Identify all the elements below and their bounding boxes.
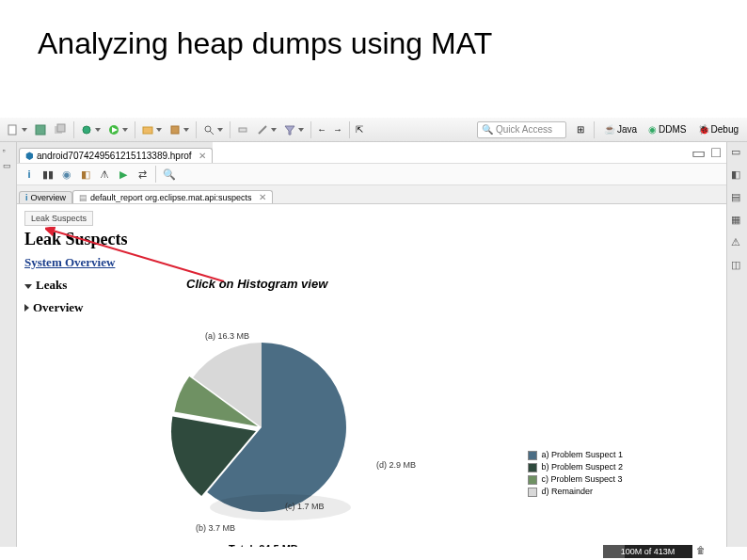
svg-line-12 [259,126,266,134]
save-all-icon[interactable] [51,120,70,139]
overview-icon[interactable]: i [21,166,38,183]
close-tab-icon[interactable]: ✕ [199,151,206,161]
tasks-view-icon[interactable]: ▤ [731,191,744,204]
run-report-icon[interactable]: ▶ [115,166,132,183]
oql-icon[interactable]: ◧ [77,166,94,183]
histogram-icon[interactable]: ▮▮ [40,166,56,183]
minimize-view-icon[interactable]: ▫ [3,146,14,157]
slice-label-a: (a) 16.3 MB [205,331,249,341]
perspective-java[interactable]: ☕Java [599,122,642,136]
leaks-heading[interactable]: Leaks [24,278,719,293]
page-box-label: Leak Suspects [24,211,93,226]
editor-tab-hprof[interactable]: ⬢ android7074249561215113389.hprof ✕ [19,148,213,163]
report-content: Leak Suspects Leak Suspects System Overv… [17,204,726,547]
project-icon[interactable] [138,120,165,139]
dominator-tree-icon[interactable]: ◉ [58,166,75,183]
slice-label-d: (d) 2.9 MB [376,460,416,470]
legend-item: b) Problem Suspect 2 [528,461,623,473]
slice-label-b: (b) 3.7 MB [196,523,235,533]
new-icon[interactable] [4,120,30,139]
package-icon[interactable] [166,120,192,139]
back-icon[interactable]: ← [314,120,329,139]
status-bar: 100M of 413M 🗑 [0,545,747,558]
slice-label-c: (c) 1.7 MB [285,502,325,511]
ide-window: ← → ⇱ 🔍Quick Access ⊞ ☕Java ◉DDMS 🐞Debug… [0,118,747,547]
filter-icon[interactable] [280,120,307,139]
editor-tab-label: android7074249561215113389.hprof [37,151,192,161]
svg-rect-11 [239,128,246,132]
open-perspective-icon[interactable]: ⊞ [572,122,589,136]
svg-rect-3 [57,124,65,132]
svg-marker-13 [285,126,294,135]
maximize-editor-icon[interactable]: □ [711,144,721,161]
main-toolbar: ← → ⇱ 🔍Quick Access ⊞ ☕Java ◉DDMS 🐞Debug [0,118,747,142]
sub-tab-overview[interactable]: i Overview [19,191,72,203]
forward-icon[interactable]: → [330,120,345,139]
close-subtab-icon[interactable]: ✕ [259,192,266,202]
svg-point-16 [210,494,351,520]
wand-icon[interactable] [253,120,279,139]
chart-legend: a) Problem Suspect 1 b) Problem Suspect … [528,449,623,498]
legend-item: c) Problem Suspect 3 [528,473,623,486]
run-icon[interactable] [104,120,131,139]
build-view-icon[interactable]: ▦ [731,214,744,227]
left-trim: ▫ ▭ [0,142,17,547]
find-icon[interactable]: 🔍 [161,166,178,183]
system-overview-link[interactable]: System Overview [24,255,719,270]
thread-icon[interactable]: ⩚ [96,166,113,183]
svg-point-4 [83,126,90,134]
overview-heading[interactable]: Overview [24,300,719,315]
report-icon: ▤ [79,193,87,202]
run-gc-icon[interactable]: 🗑 [696,545,709,558]
outline-view-icon[interactable]: ◧ [731,168,744,182]
heap-status[interactable]: 100M of 413M [603,545,692,558]
svg-rect-8 [171,126,179,134]
restore-icon[interactable]: ▭ [731,146,744,159]
toggle-icon[interactable] [233,120,252,139]
slide-title: Analyzing heap dumps using MAT [0,0,747,71]
legend-item: a) Problem Suspect 1 [528,449,623,461]
mat-toolbar: i ▮▮ ◉ ◧ ⩚ ▶ ⇄ 🔍 [17,163,726,185]
mat-sub-tabs: i Overview ▤ default_report org.eclipse.… [17,185,726,204]
legend-item: d) Remainder [528,486,623,498]
save-icon[interactable] [31,120,50,139]
perspective-ddms[interactable]: ◉DDMS [644,122,691,136]
quick-access-input[interactable]: 🔍Quick Access [477,121,566,138]
anchor-icon[interactable]: ⇱ [353,120,366,139]
properties-view-icon[interactable]: ◫ [731,259,744,272]
compare-icon[interactable]: ⇄ [134,166,151,183]
annotation-label: Click on Histogram view [186,277,327,291]
svg-rect-1 [36,125,45,135]
restore-view-icon[interactable]: ▭ [3,161,14,172]
minimize-editor-icon[interactable]: ▭ [691,144,706,162]
editor-tabstrip: ⬢ android7074249561215113389.hprof ✕ [17,142,213,163]
hprof-file-icon: ⬢ [25,151,34,161]
svg-rect-0 [8,125,16,135]
pie-chart: (a) 16.3 MB (d) 2.9 MB (c) 1.7 MB (b) 3.… [102,345,572,547]
right-trim: ▭ ◧ ▤ ▦ ⚠ ◫ [726,142,747,547]
search-icon[interactable] [199,120,226,139]
debug-icon[interactable] [77,120,103,139]
sub-tab-report[interactable]: ▤ default_report org.eclipse.mat.api:sus… [72,190,273,203]
info-icon: i [25,193,28,202]
problems-view-icon[interactable]: ⚠ [731,236,744,249]
svg-rect-7 [143,127,152,134]
svg-line-10 [210,131,214,135]
perspective-debug[interactable]: 🐞Debug [693,122,743,136]
page-title: Leak Suspects [24,230,719,249]
